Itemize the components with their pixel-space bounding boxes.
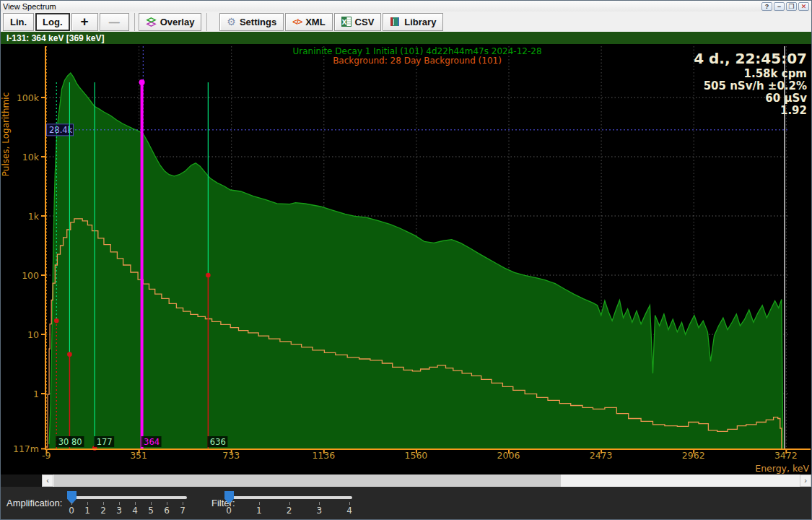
- y-tick-label: 117m: [13, 443, 39, 454]
- window-title: View Spectrum: [3, 1, 761, 12]
- slider-tick-label: 7: [180, 506, 185, 516]
- minimize-button[interactable]: –: [774, 2, 785, 11]
- x-tick-label: 1560: [404, 450, 427, 461]
- bottom-controls: Amplification: 01234567 Filter: 01234: [1, 487, 811, 519]
- close-button[interactable]: ✕: [798, 2, 809, 11]
- lin-button[interactable]: Lin.: [3, 13, 34, 31]
- slider-tick: [71, 502, 72, 505]
- maximize-button[interactable]: ❐: [786, 2, 797, 11]
- maximize-icon: ❐: [788, 3, 794, 10]
- minus-icon: —: [109, 16, 120, 28]
- zoom-out-button[interactable]: —: [100, 13, 129, 31]
- y-axis-name: Pulses, Logarithmic: [1, 92, 11, 176]
- slider-tick: [167, 502, 167, 505]
- amplification-label: Amplification:: [6, 498, 62, 508]
- slider-tick: [151, 502, 152, 505]
- slider-tick-label: 0: [69, 506, 74, 516]
- slider-tick: [87, 502, 88, 505]
- zoom-in-button[interactable]: +: [71, 13, 98, 31]
- slider-tick-label: 2: [287, 506, 292, 516]
- spectrum-title: Uraninite Decay 1 Initial (101) 4d22h44m…: [292, 46, 541, 56]
- svg-text:X: X: [341, 19, 346, 26]
- slider-tick: [289, 502, 290, 505]
- marker-energy-label: 30: [58, 437, 69, 447]
- peak-intensity-dot: [206, 273, 211, 278]
- xml-button[interactable]: </> XML: [285, 13, 332, 31]
- code-icon: </>: [292, 17, 302, 26]
- elapsed-time: 4 d., 22:45:07: [694, 50, 807, 67]
- slider-tick-label: 2: [100, 506, 106, 516]
- chart-scrollbar: ‹ ›: [1, 474, 811, 487]
- toolbar-separator: [206, 13, 207, 31]
- log-button[interactable]: Log.: [35, 13, 69, 31]
- marker-energy-label: 636: [210, 437, 226, 447]
- y-tick-label: 1: [33, 389, 39, 399]
- stat-line: 1.92: [780, 104, 807, 117]
- y-tick-label: 10: [27, 329, 39, 340]
- spectrum-chart[interactable]: 28.4k100k10k1k100101117m-935173311361560…: [1, 44, 811, 474]
- y-tick-label: 100: [22, 270, 39, 281]
- toolbar-separator: [134, 13, 135, 31]
- slider-tick-label: 1: [256, 506, 262, 516]
- marker-energy-label: 177: [97, 437, 113, 447]
- x-tick-label: 733: [222, 450, 240, 461]
- nuclide-info-text: I-131: 364 keV [369 keV]: [6, 33, 104, 43]
- x-tick-label: 3472: [774, 450, 798, 461]
- spreadsheet-icon: X: [341, 17, 352, 27]
- stat-line: 60 µSv: [765, 92, 807, 105]
- peak-intensity-dot: [54, 318, 59, 324]
- settings-button[interactable]: ⚙ Settings: [219, 13, 284, 31]
- x-tick-label: 2006: [497, 450, 520, 461]
- scroll-right-button[interactable]: ›: [800, 474, 811, 487]
- title-bar[interactable]: View Spectrum ? – ❐ ✕: [1, 1, 811, 12]
- slider-tick: [183, 502, 183, 505]
- filter-slider[interactable]: [226, 496, 352, 499]
- x-tick-label: 1136: [312, 450, 335, 461]
- csv-button[interactable]: X CSV: [334, 13, 382, 31]
- slider-tick-label: 5: [148, 506, 154, 516]
- slider-tick: [135, 502, 136, 505]
- library-button[interactable]: Library: [383, 13, 443, 31]
- marker-energy-label: 364: [144, 437, 160, 447]
- scrollbar-thumb[interactable]: [54, 474, 561, 487]
- slider-tick-label: 6: [164, 506, 170, 516]
- peak-intensity-dot: [67, 352, 72, 357]
- slider-tick-label: 4: [346, 506, 352, 516]
- x-axis-name: Energy, keV: [755, 463, 809, 474]
- slider-tick: [119, 502, 120, 505]
- spectrum-plot[interactable]: 28.4k100k10k1k100101117m-935173311361560…: [1, 44, 811, 474]
- slider-tick-label: 4: [132, 506, 138, 516]
- slider-tick-label: 3: [116, 506, 122, 516]
- help-icon: ?: [765, 3, 769, 10]
- scrollbar-track[interactable]: [53, 474, 800, 487]
- selected-peak-handle[interactable]: [139, 79, 145, 85]
- slider-tick: [229, 502, 230, 505]
- toolbar: Lin. Log. + — Overlay ⚙ Settings </> XML: [1, 12, 811, 32]
- crosshair-value-label: 28.4k: [49, 125, 73, 135]
- x-tick-label: 2962: [682, 450, 705, 461]
- stat-line: 1.58k cpm: [744, 67, 807, 80]
- scroll-right-icon: ›: [804, 476, 807, 485]
- book-icon: [390, 17, 401, 27]
- y-tick-label: 10k: [22, 152, 40, 162]
- overlay-button[interactable]: Overlay: [139, 13, 202, 31]
- help-button[interactable]: ?: [761, 2, 772, 11]
- y-tick-label: 100k: [17, 92, 40, 103]
- scroll-left-icon: ‹: [46, 476, 49, 485]
- minimize-icon: –: [777, 3, 781, 10]
- slider-tick-label: 3: [316, 506, 322, 516]
- background-title: Background: 28 Day Background (101): [333, 56, 502, 66]
- view-spectrum-window: View Spectrum ? – ❐ ✕ Lin. Log. + — Over…: [0, 0, 812, 520]
- slider-tick: [349, 502, 350, 505]
- scroll-left-button[interactable]: ‹: [42, 474, 53, 487]
- stat-line: 505 nSv/h ±0.2%: [704, 79, 807, 92]
- plus-icon: +: [81, 14, 89, 30]
- slider-tick: [319, 502, 320, 505]
- x-tick-label: 2473: [590, 450, 613, 461]
- amplification-slider[interactable]: [69, 496, 187, 499]
- close-icon: ✕: [801, 3, 807, 10]
- slider-tick: [259, 502, 260, 505]
- slider-tick-label: 0: [226, 506, 232, 516]
- y-tick-label: 1k: [28, 211, 40, 222]
- gear-icon: ⚙: [227, 17, 236, 27]
